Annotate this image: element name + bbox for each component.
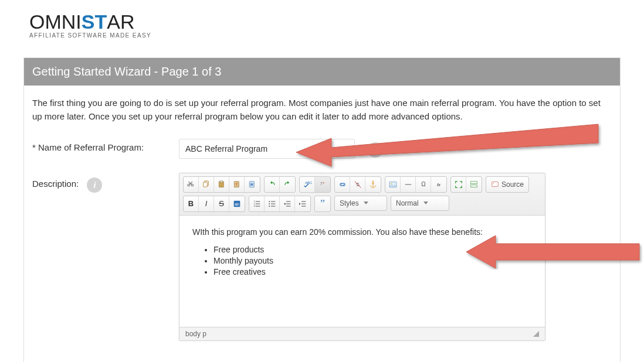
svg-rect-18	[471, 185, 477, 187]
math-icon[interactable]: fx	[431, 177, 446, 192]
svg-rect-3	[220, 180, 222, 182]
paste-icon[interactable]	[214, 177, 229, 192]
cut-icon[interactable]	[184, 177, 199, 192]
anchor-icon[interactable]	[365, 177, 381, 192]
outdent-icon[interactable]	[280, 196, 295, 211]
paste-text-icon[interactable]: T	[229, 177, 245, 192]
undo-icon[interactable]	[265, 177, 280, 192]
editor-paragraph: WIth this program you can earn 20% commi…	[192, 227, 532, 237]
strike-icon[interactable]: S	[214, 196, 229, 211]
ul-icon[interactable]	[265, 196, 280, 211]
italic-icon[interactable]: I	[199, 196, 214, 211]
caret-down-icon	[364, 202, 368, 204]
wizard-intro: The first thing you are going to do is s…	[32, 96, 612, 124]
svg-rect-17	[471, 181, 477, 183]
editor-toolbar: T W ABC T×	[179, 173, 545, 216]
wizard-body: The first thing you are going to do is s…	[24, 86, 620, 362]
referral-name-row: * Name of Referral Program: i	[32, 139, 612, 159]
special-char-icon[interactable]: Ω	[416, 177, 431, 192]
blocks-icon[interactable]	[466, 177, 482, 192]
description-label-text: Description:	[32, 179, 79, 189]
expand-icon[interactable]	[451, 177, 466, 192]
editor-bullet-list: Free products Monthly payouts Free creat…	[203, 245, 532, 276]
wizard-panel: Getting Started Wizard - Page 1 of 3 The…	[23, 57, 621, 362]
image-icon[interactable]	[385, 177, 401, 192]
svg-line-11	[354, 181, 361, 187]
wizard-title: Getting Started Wizard - Page 1 of 3	[24, 58, 620, 86]
referral-name-label: * Name of Referral Program:	[32, 139, 179, 152]
editor-content-area[interactable]: WIth this program you can earn 20% commi…	[179, 216, 545, 327]
svg-point-13	[391, 183, 392, 184]
copy-icon[interactable]	[199, 177, 214, 192]
logo-letters-ar: AR	[107, 11, 134, 33]
source-label: Source	[501, 180, 524, 189]
color-icon[interactable]: ab	[229, 196, 245, 211]
rich-text-editor: T W ABC T×	[179, 173, 545, 341]
unlink-icon[interactable]	[350, 177, 365, 192]
logo-letters-mni: MNI	[45, 11, 81, 33]
svg-text:×: ×	[323, 180, 324, 184]
link-icon[interactable]	[335, 177, 350, 192]
info-icon[interactable]: i	[368, 142, 383, 158]
logo-tagline: AFFILIATE SOFTWARE MADE EASY	[29, 32, 644, 39]
format-label: Normal	[396, 199, 419, 207]
list-item: Free products	[213, 245, 532, 254]
editor-status-bar: body p	[179, 327, 545, 340]
brand-logo: OMNISTAR AFFILIATE SOFTWARE MADE EASY	[0, 0, 644, 46]
ol-icon[interactable]: 123	[249, 196, 265, 211]
list-item: Free creatives	[213, 267, 532, 276]
description-label: Description: i	[32, 173, 179, 192]
remove-format-icon[interactable]: T×	[315, 177, 330, 192]
svg-text:Ω: Ω	[421, 181, 426, 187]
editor-element-path[interactable]: body p	[185, 330, 206, 338]
format-dropdown[interactable]: Normal	[391, 196, 449, 211]
svg-text:3: 3	[253, 204, 255, 207]
caret-down-icon	[423, 202, 428, 204]
blockquote-icon[interactable]: ”	[315, 196, 330, 211]
logo-letters-st: ST	[82, 11, 107, 33]
referral-name-input[interactable]	[179, 139, 355, 159]
indent-icon[interactable]	[295, 196, 310, 211]
info-icon[interactable]: i	[87, 177, 102, 193]
logo-letter-o: O	[29, 11, 45, 33]
bold-icon[interactable]: B	[184, 196, 199, 211]
description-row: Description: i T	[32, 173, 612, 341]
svg-text:ab: ab	[235, 202, 239, 206]
hr-icon[interactable]	[401, 177, 416, 192]
paste-word-icon[interactable]: W	[245, 177, 260, 192]
source-button[interactable]: Source	[486, 177, 528, 192]
svg-point-20	[493, 183, 494, 183]
styles-dropdown[interactable]: Styles	[334, 196, 387, 211]
svg-point-31	[269, 206, 270, 207]
svg-point-29	[269, 201, 270, 202]
resize-handle-icon[interactable]	[533, 331, 539, 337]
svg-rect-19	[492, 182, 499, 186]
svg-text:fx: fx	[437, 182, 441, 187]
styles-label: Styles	[340, 199, 359, 207]
svg-rect-1	[203, 182, 207, 187]
svg-point-30	[269, 203, 270, 204]
spellcheck-icon[interactable]: ABC	[300, 177, 315, 192]
redo-icon[interactable]	[280, 177, 295, 192]
list-item: Monthly payouts	[213, 256, 532, 265]
